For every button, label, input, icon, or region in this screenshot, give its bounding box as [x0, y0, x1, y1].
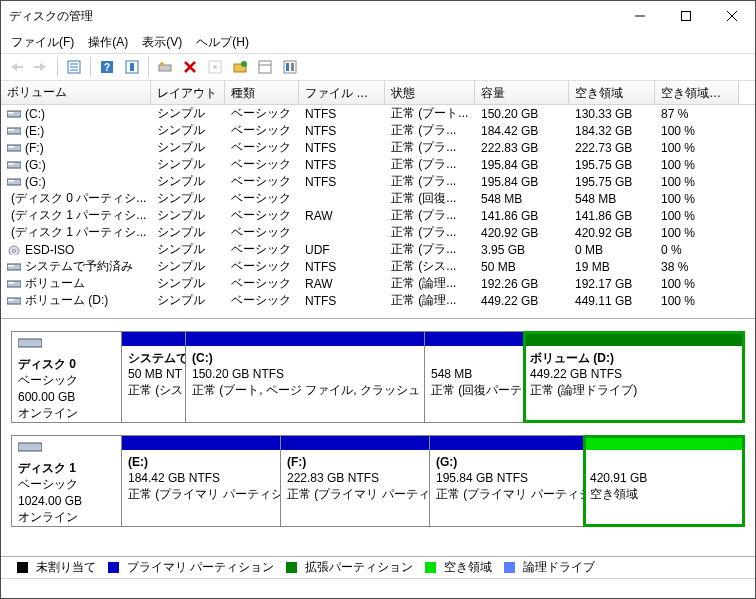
cell-capacity: 548 MB — [475, 192, 569, 206]
partition[interactable]: (F:)222.83 GB NTFS正常 (プライマリ パーティション) — [280, 435, 430, 527]
toolbar: ? — [1, 53, 755, 81]
list-row[interactable]: (ディスク 0 パーティシ...シンプルベーシック正常 (回復...548 MB… — [1, 190, 755, 207]
cell-type: ベーシック — [225, 105, 299, 122]
cell-status: 正常 (プラ... — [385, 156, 475, 173]
list-row[interactable]: (C:)シンプルベーシックNTFS正常 (ブート...150.20 GB130.… — [1, 105, 755, 122]
cell-name: (ディスク 1 パーティシ... — [1, 224, 151, 241]
properties-button[interactable] — [204, 56, 226, 78]
cell-name: (E:) — [1, 124, 151, 138]
partition[interactable]: (C:)150.20 GB NTFS正常 (ブート, ページ ファイル, クラッ… — [185, 331, 425, 423]
cell-type: ベーシック — [225, 292, 299, 309]
cell-free: 130.33 GB — [569, 107, 655, 121]
back-button[interactable] — [5, 56, 27, 78]
cell-status: 正常 (プラ... — [385, 207, 475, 224]
header-pct[interactable]: 空き領域の割... — [655, 81, 739, 104]
cell-free: 195.75 GB — [569, 158, 655, 172]
list-row[interactable]: (E:)シンプルベーシックNTFS正常 (プラ...184.42 GB184.3… — [1, 122, 755, 139]
svg-rect-31 — [7, 145, 21, 151]
svg-rect-33 — [7, 162, 21, 168]
help-button[interactable]: ? — [96, 56, 118, 78]
cell-pct: 87 % — [655, 107, 739, 121]
close-button[interactable] — [709, 1, 755, 31]
menu-view[interactable]: 表示(V) — [136, 32, 188, 53]
menu-action[interactable]: 操作(A) — [82, 32, 134, 53]
cell-layout: シンプル — [151, 207, 225, 224]
header-free[interactable]: 空き領域 — [569, 81, 655, 104]
titlebar: ディスクの管理 — [1, 1, 755, 31]
header-layout[interactable]: レイアウト — [151, 81, 225, 104]
cell-capacity: 222.83 GB — [475, 141, 569, 155]
partition[interactable]: 420.91 GB空き領域 — [583, 435, 745, 527]
cell-layout: シンプル — [151, 224, 225, 241]
cell-fs: NTFS — [299, 294, 385, 308]
svg-rect-52 — [18, 443, 42, 451]
partition[interactable]: 548 MB正常 (回復パーティ: — [424, 331, 524, 423]
list-header: ボリューム レイアウト 種類 ファイル システム 状態 容量 空き領域 空き領域… — [1, 81, 755, 105]
cell-capacity: 141.86 GB — [475, 209, 569, 223]
scan-button[interactable] — [154, 56, 176, 78]
minimize-button[interactable] — [617, 1, 663, 31]
header-status[interactable]: 状態 — [385, 81, 475, 104]
header-type[interactable]: 種類 — [225, 81, 299, 104]
disk-map-area[interactable]: ディスク 0ベーシック600.00 GBオンラインシステムで:50 MB NT正… — [1, 319, 755, 556]
cell-fs: NTFS — [299, 158, 385, 172]
volume-list[interactable]: ボリューム レイアウト 種類 ファイル システム 状態 容量 空き領域 空き領域… — [1, 81, 755, 319]
partition[interactable]: システムで:50 MB NT正常 (シス — [121, 331, 186, 423]
cell-free: 420.92 GB — [569, 226, 655, 240]
cell-free: 449.11 GB — [569, 294, 655, 308]
forward-button[interactable] — [30, 56, 52, 78]
header-capacity[interactable]: 容量 — [475, 81, 569, 104]
delete-button[interactable] — [179, 56, 201, 78]
cell-type: ベーシック — [225, 122, 299, 139]
cell-free: 222.73 GB — [569, 141, 655, 155]
legend-unallocated: 未割り当て — [36, 559, 96, 576]
maximize-button[interactable] — [663, 1, 709, 31]
menu-help[interactable]: ヘルプ(H) — [190, 32, 255, 53]
svg-point-19 — [213, 65, 217, 69]
cell-capacity: 420.92 GB — [475, 226, 569, 240]
list-row[interactable]: (G:)シンプルベーシックNTFS正常 (プラ...195.84 GB195.7… — [1, 156, 755, 173]
cell-name: (G:) — [1, 175, 151, 189]
cell-type: ベーシック — [225, 275, 299, 292]
cell-pct: 100 % — [655, 192, 739, 206]
cell-type: ベーシック — [225, 224, 299, 241]
list-row[interactable]: ボリュームシンプルベーシックRAW正常 (論理...192.26 GB192.1… — [1, 275, 755, 292]
list-row[interactable]: ボリューム (D:)シンプルベーシックNTFS正常 (論理...449.22 G… — [1, 292, 755, 309]
header-fs[interactable]: ファイル システム — [299, 81, 385, 104]
legend-extended: 拡張パーティション — [305, 559, 413, 576]
svg-rect-25 — [286, 63, 289, 71]
svg-rect-30 — [8, 129, 14, 131]
list-row[interactable]: システムで予約済みシンプルベーシックNTFS正常 (シス...50 MB19 M… — [1, 258, 755, 275]
view-list-button[interactable] — [63, 56, 85, 78]
cell-capacity: 195.84 GB — [475, 175, 569, 189]
cell-fs: NTFS — [299, 107, 385, 121]
partition[interactable]: (G:)195.84 GB NTFS正常 (プライマリ パーティション) — [429, 435, 584, 527]
refresh-button[interactable] — [121, 56, 143, 78]
partition[interactable]: (E:)184.42 GB NTFS正常 (プライマリ パーティション) — [121, 435, 281, 527]
cell-pct: 100 % — [655, 209, 739, 223]
list-row[interactable]: (ディスク 1 パーティシ...シンプルベーシック正常 (プラ...420.92… — [1, 224, 755, 241]
swatch-logical — [504, 562, 515, 573]
list-row[interactable]: (ディスク 1 パーティシ...シンプルベーシックRAW正常 (プラ...141… — [1, 207, 755, 224]
disk-graphic-button[interactable] — [279, 56, 301, 78]
new-folder-button[interactable] — [229, 56, 251, 78]
list-row[interactable]: (F:)シンプルベーシックNTFS正常 (プラ...222.83 GB222.7… — [1, 139, 755, 156]
menu-file[interactable]: ファイル(F) — [5, 32, 80, 53]
cell-fs: NTFS — [299, 141, 385, 155]
disk-label[interactable]: ディスク 1ベーシック1024.00 GBオンライン — [11, 435, 122, 527]
header-volume[interactable]: ボリューム — [1, 81, 151, 104]
svg-point-21 — [241, 61, 247, 67]
cell-pct: 100 % — [655, 124, 739, 138]
cell-free: 195.75 GB — [569, 175, 655, 189]
list-row[interactable]: ESD-ISOシンプルベーシックUDF正常 (プラ...3.95 GB0 MB0… — [1, 241, 755, 258]
cell-name: システムで予約済み — [1, 258, 151, 275]
disk-list-button[interactable] — [254, 56, 276, 78]
cell-capacity: 192.26 GB — [475, 277, 569, 291]
toolbar-separator — [90, 57, 91, 77]
list-row[interactable]: (G:)シンプルベーシックNTFS正常 (プラ...195.84 GB195.7… — [1, 173, 755, 190]
cell-name: ボリューム — [1, 275, 151, 292]
disk-label[interactable]: ディスク 0ベーシック600.00 GBオンライン — [11, 331, 122, 423]
toolbar-separator — [148, 57, 149, 77]
cell-status: 正常 (論理... — [385, 275, 475, 292]
partition[interactable]: ボリューム (D:)449.22 GB NTFS正常 (論理ドライブ) — [523, 331, 745, 423]
